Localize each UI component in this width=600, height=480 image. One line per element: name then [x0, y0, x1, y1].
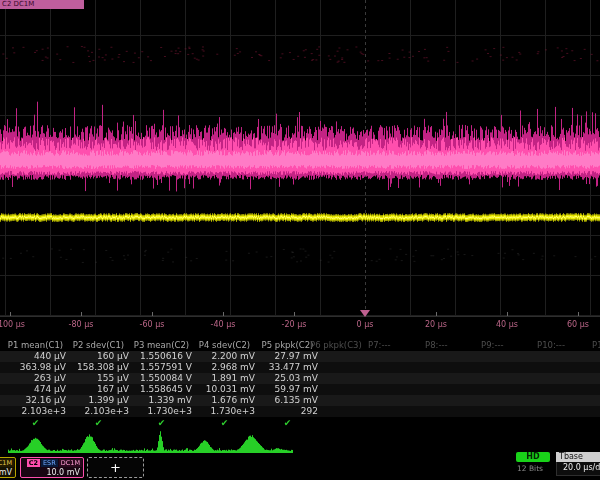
measurement-header-empty[interactable]: P10:---: [537, 340, 565, 351]
measurement-value: 2.103e+3: [68, 406, 129, 417]
measurement-value: 158.308 µV: [68, 362, 129, 373]
measurement-header[interactable]: P1 mean(C1): [5, 340, 66, 351]
measurement-value: 155 µV: [68, 373, 129, 384]
measurement-value: 1.399 µV: [68, 395, 129, 406]
c2-esr-tag: ESR: [41, 459, 58, 467]
measurement-value: 1.557591 V: [131, 362, 192, 373]
measurement-value: 1.550084 V: [131, 373, 192, 384]
time-axis-label: 0 µs: [357, 320, 374, 329]
measurement-value: 263 µV: [5, 373, 66, 384]
measurement-header-empty[interactable]: P11: [592, 340, 600, 351]
measurement-header-empty[interactable]: P6 pkpk(C3): [310, 340, 362, 351]
measurement-value: 1.339 mV: [131, 395, 192, 406]
time-axis-label: -80 µs: [69, 320, 94, 329]
c2-coupling-tag: DC1M: [59, 459, 82, 467]
measurement-header[interactable]: P3 mean(C2): [131, 340, 192, 351]
c1-volts-per-div: 10.0 mV: [0, 467, 15, 478]
c2-channel-tag: C2: [27, 459, 40, 467]
measurement-header[interactable]: P4 sdev(C2): [194, 340, 255, 351]
measurement-status-check: ✔: [194, 417, 255, 429]
channel-descriptor-c1[interactable]: DC1M 10.0 mV: [0, 457, 16, 478]
time-axis-label: -20 µs: [282, 320, 307, 329]
add-trace-button[interactable]: +: [87, 457, 144, 478]
hd-mode-badge[interactable]: HD: [516, 452, 550, 462]
c1-coupling-tag: DC1M: [0, 459, 14, 467]
time-axis-label: -60 µs: [140, 320, 165, 329]
timebase-descriptor[interactable]: Tbase 20.0 µs/div: [556, 452, 600, 476]
measurement-value: 10.031 mV: [194, 384, 255, 395]
time-axis-label: 60 µs: [567, 320, 589, 329]
measurement-header-empty[interactable]: P8:---: [425, 340, 448, 351]
channel-descriptor-c2[interactable]: C2 ESR DC1M 10.0 mV: [20, 457, 84, 478]
measurement-value: 6.135 mV: [257, 395, 318, 406]
timebase-value: 20.0 µs/div: [556, 462, 600, 476]
measurement-value: 160 µV: [68, 351, 129, 362]
measurement-value: 2.200 mV: [194, 351, 255, 362]
measurement-value: 1.730e+3: [131, 406, 192, 417]
oscilloscope-screen: C2 DC1M -100 µs-80 µs-60 µs-40 µs-20 µs0…: [0, 0, 600, 480]
time-axis-label: 20 µs: [425, 320, 447, 329]
timebase-title: Tbase: [556, 452, 600, 462]
measurement-value: 2.103e+3: [5, 406, 66, 417]
measurement-value: 2.968 mV: [194, 362, 255, 373]
measurement-value: 1.730e+3: [194, 406, 255, 417]
measurement-value: 1.550616 V: [131, 351, 192, 362]
measurement-status-check: ✔: [257, 417, 318, 429]
time-axis-label: 40 µs: [496, 320, 518, 329]
measurement-value: 1.676 mV: [194, 395, 255, 406]
measurement-value: 1.891 mV: [194, 373, 255, 384]
trace-annotation-badge[interactable]: C2 DC1M: [0, 0, 84, 9]
measurement-value: 440 µV: [5, 351, 66, 362]
measurement-status-check: ✔: [131, 417, 192, 429]
measurement-value: 167 µV: [68, 384, 129, 395]
time-axis-label: -100 µs: [0, 320, 25, 329]
c2-volts-per-div: 10.0 mV: [21, 467, 83, 478]
measurement-header[interactable]: P2 sdev(C1): [68, 340, 129, 351]
measurement-header-empty[interactable]: P9:---: [481, 340, 504, 351]
measurement-value: 25.03 mV: [257, 373, 318, 384]
hd-bits-label: 12 Bits: [517, 464, 543, 473]
measurement-status-check: ✔: [68, 417, 129, 429]
measurement-value: 59.97 mV: [257, 384, 318, 395]
measurement-value: 32.16 µV: [5, 395, 66, 406]
measurement-value: 33.477 mV: [257, 362, 318, 373]
trigger-position-marker[interactable]: [360, 310, 370, 317]
measurement-value: 292: [257, 406, 318, 417]
time-axis-label: -40 µs: [211, 320, 236, 329]
measurement-header-empty[interactable]: P7:---: [368, 340, 391, 351]
measurement-value: 27.97 mV: [257, 351, 318, 362]
measurement-value: 1.558645 V: [131, 384, 192, 395]
measurement-value: 474 µV: [5, 384, 66, 395]
measurement-value: 363.98 µV: [5, 362, 66, 373]
measurement-status-check: ✔: [5, 417, 66, 429]
measurement-header[interactable]: P5 pkpk(C2): [257, 340, 318, 351]
